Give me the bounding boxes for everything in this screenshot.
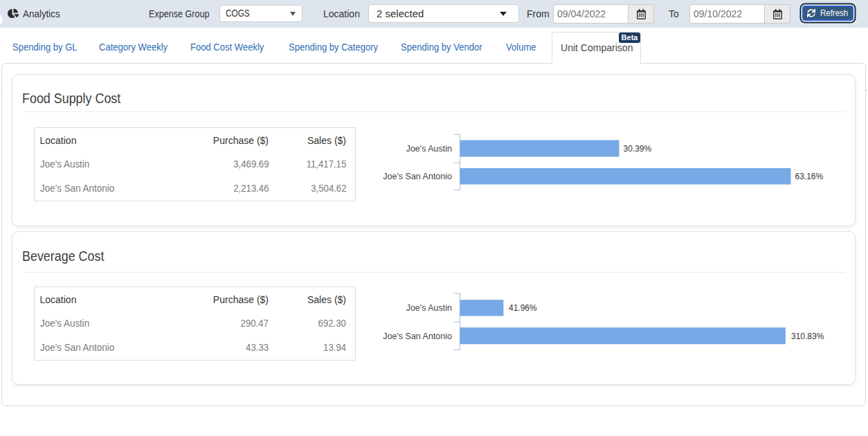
svg-text:Joe's San Antonio: Joe's San Antonio (383, 331, 452, 341)
svg-text:Joe's San Antonio: Joe's San Antonio (383, 172, 452, 181)
svg-text:41.96%: 41.96% (509, 303, 537, 313)
svg-text:Joe's Austin: Joe's Austin (406, 144, 452, 154)
svg-text:Joe's Austin: Joe's Austin (406, 303, 452, 313)
svg-text:63.16%: 63.16% (795, 172, 824, 181)
svg-text:310.83%: 310.83% (791, 331, 824, 341)
svg-text:30.39%: 30.39% (624, 144, 652, 154)
